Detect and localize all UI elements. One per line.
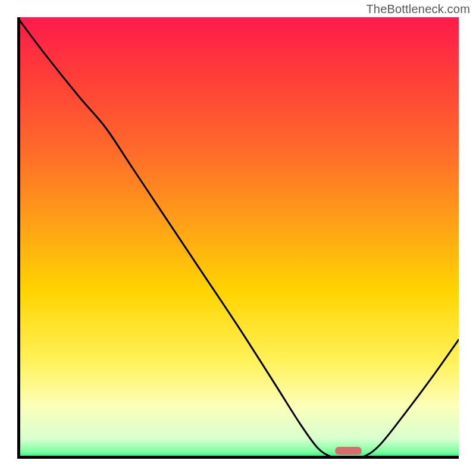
plot-axes-frame: [17, 17, 459, 459]
watermark-text: TheBottleneck.com: [366, 2, 470, 16]
chart-page: TheBottleneck.com: [0, 0, 476, 476]
